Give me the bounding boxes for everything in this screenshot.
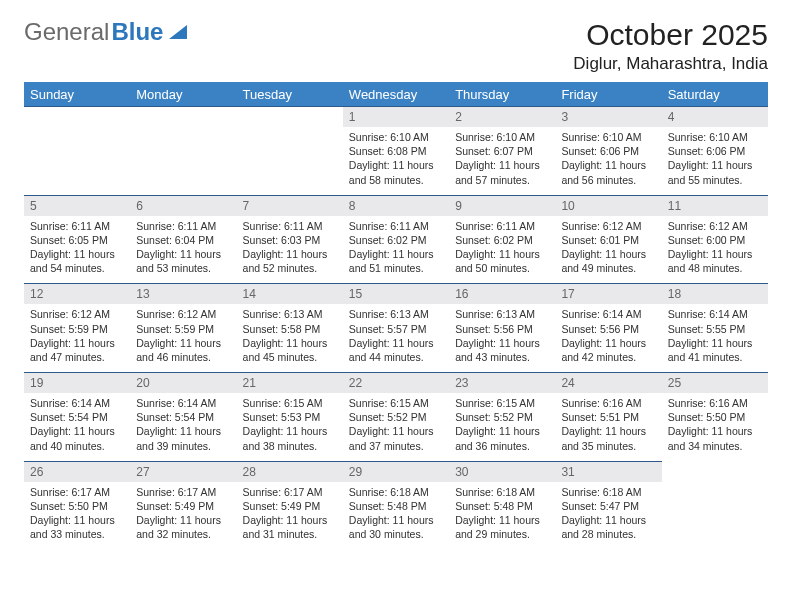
day-info: Sunrise: 6:18 AMSunset: 5:48 PMDaylight:… (343, 482, 449, 550)
day-cell (130, 106, 236, 195)
day-cell: 8Sunrise: 6:11 AMSunset: 6:02 PMDaylight… (343, 195, 449, 284)
day-cell: 11Sunrise: 6:12 AMSunset: 6:00 PMDayligh… (662, 195, 768, 284)
sunrise-text: Sunrise: 6:12 AM (136, 307, 230, 321)
day-info: Sunrise: 6:15 AMSunset: 5:52 PMDaylight:… (343, 393, 449, 461)
day-info: Sunrise: 6:13 AMSunset: 5:58 PMDaylight:… (237, 304, 343, 372)
daylight-text: Daylight: 11 hours and 41 minutes. (668, 336, 762, 364)
day-number: 13 (130, 284, 236, 304)
daylight-text: Daylight: 11 hours and 34 minutes. (668, 424, 762, 452)
sunrise-text: Sunrise: 6:10 AM (561, 130, 655, 144)
day-cell: 13Sunrise: 6:12 AMSunset: 5:59 PMDayligh… (130, 283, 236, 372)
daylight-text: Daylight: 11 hours and 58 minutes. (349, 158, 443, 186)
dow-header: Tuesday (237, 82, 343, 106)
dow-header: Friday (555, 82, 661, 106)
sunset-text: Sunset: 6:00 PM (668, 233, 762, 247)
sunset-text: Sunset: 5:47 PM (561, 499, 655, 513)
day-info (24, 127, 130, 187)
day-cell: 14Sunrise: 6:13 AMSunset: 5:58 PMDayligh… (237, 283, 343, 372)
day-info: Sunrise: 6:17 AMSunset: 5:49 PMDaylight:… (130, 482, 236, 550)
sunset-text: Sunset: 5:56 PM (561, 322, 655, 336)
sunset-text: Sunset: 5:48 PM (455, 499, 549, 513)
day-info: Sunrise: 6:14 AMSunset: 5:55 PMDaylight:… (662, 304, 768, 372)
day-info: Sunrise: 6:10 AMSunset: 6:06 PMDaylight:… (555, 127, 661, 195)
day-info: Sunrise: 6:14 AMSunset: 5:54 PMDaylight:… (130, 393, 236, 461)
day-cell: 3Sunrise: 6:10 AMSunset: 6:06 PMDaylight… (555, 106, 661, 195)
day-cell: 2Sunrise: 6:10 AMSunset: 6:07 PMDaylight… (449, 106, 555, 195)
day-info: Sunrise: 6:16 AMSunset: 5:50 PMDaylight:… (662, 393, 768, 461)
day-info: Sunrise: 6:11 AMSunset: 6:02 PMDaylight:… (449, 216, 555, 284)
sunrise-text: Sunrise: 6:11 AM (243, 219, 337, 233)
day-info: Sunrise: 6:10 AMSunset: 6:08 PMDaylight:… (343, 127, 449, 195)
daylight-text: Daylight: 11 hours and 49 minutes. (561, 247, 655, 275)
day-info: Sunrise: 6:18 AMSunset: 5:48 PMDaylight:… (449, 482, 555, 550)
day-cell: 9Sunrise: 6:11 AMSunset: 6:02 PMDaylight… (449, 195, 555, 284)
day-info: Sunrise: 6:17 AMSunset: 5:50 PMDaylight:… (24, 482, 130, 550)
sunrise-text: Sunrise: 6:14 AM (136, 396, 230, 410)
day-cell: 25Sunrise: 6:16 AMSunset: 5:50 PMDayligh… (662, 372, 768, 461)
day-number (24, 107, 130, 127)
day-cell: 30Sunrise: 6:18 AMSunset: 5:48 PMDayligh… (449, 461, 555, 550)
sunrise-text: Sunrise: 6:14 AM (561, 307, 655, 321)
day-number: 2 (449, 107, 555, 127)
sunrise-text: Sunrise: 6:12 AM (668, 219, 762, 233)
sunrise-text: Sunrise: 6:18 AM (455, 485, 549, 499)
sunset-text: Sunset: 5:49 PM (136, 499, 230, 513)
day-info: Sunrise: 6:16 AMSunset: 5:51 PMDaylight:… (555, 393, 661, 461)
logo-text-2: Blue (111, 18, 163, 46)
sunset-text: Sunset: 6:07 PM (455, 144, 549, 158)
daylight-text: Daylight: 11 hours and 37 minutes. (349, 424, 443, 452)
day-cell: 20Sunrise: 6:14 AMSunset: 5:54 PMDayligh… (130, 372, 236, 461)
sunset-text: Sunset: 5:52 PM (455, 410, 549, 424)
daylight-text: Daylight: 11 hours and 50 minutes. (455, 247, 549, 275)
sunrise-text: Sunrise: 6:11 AM (30, 219, 124, 233)
day-number: 4 (662, 107, 768, 127)
header: GeneralBlue October 2025 Diglur, Maharas… (24, 18, 768, 74)
sunset-text: Sunset: 6:02 PM (455, 233, 549, 247)
daylight-text: Daylight: 11 hours and 52 minutes. (243, 247, 337, 275)
sunset-text: Sunset: 5:55 PM (668, 322, 762, 336)
day-cell: 17Sunrise: 6:14 AMSunset: 5:56 PMDayligh… (555, 283, 661, 372)
month-title: October 2025 (573, 18, 768, 52)
sunset-text: Sunset: 6:06 PM (561, 144, 655, 158)
daylight-text: Daylight: 11 hours and 44 minutes. (349, 336, 443, 364)
daylight-text: Daylight: 11 hours and 31 minutes. (243, 513, 337, 541)
day-number: 25 (662, 373, 768, 393)
day-cell (237, 106, 343, 195)
day-number: 12 (24, 284, 130, 304)
day-cell: 10Sunrise: 6:12 AMSunset: 6:01 PMDayligh… (555, 195, 661, 284)
daylight-text: Daylight: 11 hours and 43 minutes. (455, 336, 549, 364)
daylight-text: Daylight: 11 hours and 33 minutes. (30, 513, 124, 541)
sunrise-text: Sunrise: 6:11 AM (136, 219, 230, 233)
sunset-text: Sunset: 6:02 PM (349, 233, 443, 247)
daylight-text: Daylight: 11 hours and 46 minutes. (136, 336, 230, 364)
sunrise-text: Sunrise: 6:10 AM (455, 130, 549, 144)
day-number: 3 (555, 107, 661, 127)
sunset-text: Sunset: 5:53 PM (243, 410, 337, 424)
day-number: 31 (555, 462, 661, 482)
daylight-text: Daylight: 11 hours and 54 minutes. (30, 247, 124, 275)
day-info: Sunrise: 6:12 AMSunset: 5:59 PMDaylight:… (24, 304, 130, 372)
daylight-text: Daylight: 11 hours and 55 minutes. (668, 158, 762, 186)
day-cell: 23Sunrise: 6:15 AMSunset: 5:52 PMDayligh… (449, 372, 555, 461)
daylight-text: Daylight: 11 hours and 53 minutes. (136, 247, 230, 275)
sunset-text: Sunset: 5:51 PM (561, 410, 655, 424)
day-number: 21 (237, 373, 343, 393)
day-number: 15 (343, 284, 449, 304)
sunset-text: Sunset: 6:06 PM (668, 144, 762, 158)
day-info (237, 127, 343, 187)
daylight-text: Daylight: 11 hours and 28 minutes. (561, 513, 655, 541)
sunrise-text: Sunrise: 6:17 AM (30, 485, 124, 499)
day-cell: 4Sunrise: 6:10 AMSunset: 6:06 PMDaylight… (662, 106, 768, 195)
day-number: 29 (343, 462, 449, 482)
day-number: 14 (237, 284, 343, 304)
day-number: 22 (343, 373, 449, 393)
sunset-text: Sunset: 5:56 PM (455, 322, 549, 336)
sunset-text: Sunset: 5:54 PM (136, 410, 230, 424)
day-number: 30 (449, 462, 555, 482)
day-cell: 16Sunrise: 6:13 AMSunset: 5:56 PMDayligh… (449, 283, 555, 372)
sunrise-text: Sunrise: 6:15 AM (349, 396, 443, 410)
day-number: 8 (343, 196, 449, 216)
day-info: Sunrise: 6:15 AMSunset: 5:53 PMDaylight:… (237, 393, 343, 461)
sunrise-text: Sunrise: 6:18 AM (349, 485, 443, 499)
daylight-text: Daylight: 11 hours and 51 minutes. (349, 247, 443, 275)
